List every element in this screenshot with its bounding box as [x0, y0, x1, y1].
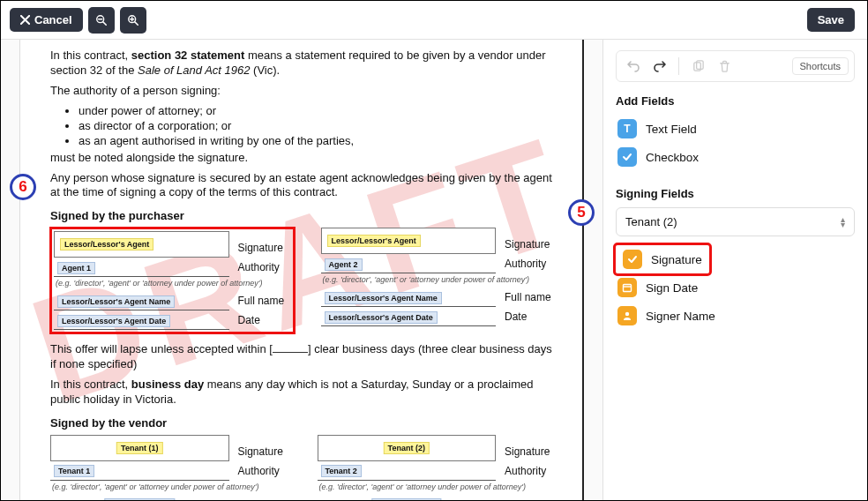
authority-line-1[interactable]: Agent 1: [54, 259, 229, 277]
label-authority: Authority: [238, 261, 291, 277]
undo-icon: [626, 59, 640, 73]
zoom-in-icon: [127, 14, 139, 26]
delete-button[interactable]: [713, 55, 736, 78]
label-authority: Authority: [505, 258, 557, 273]
sig-box-lessor-1[interactable]: Lessor/Lessor's Agent: [54, 231, 229, 258]
field-sign-date[interactable]: Sign Date: [616, 273, 855, 302]
sig-box-tenant-2[interactable]: Tenant (2): [318, 435, 497, 461]
undo-button[interactable]: [622, 55, 645, 78]
document-content: In this contract, section 32 statement m…: [20, 40, 582, 500]
vendor-col-2: Tenant (2) Signature Tenant 2 Authority …: [318, 435, 558, 500]
purchaser-col-1: Lessor/Lessor's Agent Signature Agent 1 …: [50, 228, 295, 333]
field-sign-date-label: Sign Date: [646, 281, 698, 295]
tag-lessor-agent: Lessor/Lessor's Agent: [327, 235, 421, 247]
authority-hint: (e.g. 'director', 'agent' or 'attorney u…: [52, 482, 291, 491]
heading-purchaser: Signed by the purchaser: [50, 209, 557, 222]
blank-days[interactable]: [273, 343, 308, 354]
signature-field-highlight: Signature: [616, 245, 709, 273]
topbar: Cancel Save: [1, 1, 867, 40]
tag-tenant1-auth: Tenant 1: [54, 465, 94, 477]
callout-5: 5: [568, 199, 595, 226]
label-fullname: Full name: [505, 291, 557, 307]
para-estate-agent: Any person whose signature is secured by…: [50, 171, 557, 201]
sig-box-lessor-2[interactable]: Lessor/Lessor's Agent: [321, 228, 497, 254]
field-text[interactable]: T Text Field: [616, 115, 855, 143]
heading-signing-fields: Signing Fields: [616, 187, 855, 200]
cancel-button[interactable]: Cancel: [10, 8, 83, 32]
shortcuts-button[interactable]: Shortcuts: [792, 57, 849, 75]
tag-agent2: Agent 2: [325, 258, 363, 271]
svg-line-1: [102, 21, 106, 25]
purchaser-col-2: Lessor/Lessor's Agent Signature Agent 2 …: [321, 228, 558, 333]
tag-lessor-name: Lessor/Lessor's Agent Name: [57, 295, 175, 308]
sig-box-tenant-1[interactable]: Tenant (1): [50, 435, 229, 461]
text-field-icon: T: [617, 119, 637, 138]
field-checkbox[interactable]: Checkbox: [616, 143, 855, 171]
svg-rect-9: [624, 285, 632, 292]
label-signature: Signature: [238, 445, 291, 461]
date-line-2[interactable]: Lessor/Lessor's Agent Date: [321, 309, 497, 326]
main: 6 DRAFT In this contract, section 32 sta…: [1, 40, 867, 500]
para-section32: In this contract, section 32 statement m…: [50, 49, 557, 79]
label-date: Date: [238, 314, 291, 330]
vendor-col-1: Tenant (1) Signature Tenant 1 Authority …: [50, 435, 291, 500]
fullname-line-t1[interactable]: Tenant (1) Name: [50, 497, 229, 500]
calendar-icon: [617, 278, 637, 297]
field-signer-name[interactable]: Signer Name: [616, 302, 855, 330]
heading-add-fields: Add Fields: [616, 94, 855, 108]
svg-point-11: [625, 312, 629, 316]
tag-tenant2: Tenant (2): [384, 442, 430, 454]
zoom-out-button[interactable]: [88, 7, 115, 34]
redo-button[interactable]: [648, 55, 671, 78]
label-fullname: Full name: [505, 498, 557, 500]
label-signature: Signature: [505, 445, 557, 461]
label-fullname: Full name: [238, 498, 291, 500]
tag-tenant1-name: Tenant (1) Name: [105, 498, 175, 500]
para-business-day: In this contract, business day means any…: [50, 378, 557, 408]
copy-button[interactable]: [686, 55, 709, 78]
authority-line-2[interactable]: Agent 2: [321, 256, 497, 273]
document-area: 6 DRAFT In this contract, section 32 sta…: [1, 40, 602, 500]
list-item: as director of a corporation; or: [79, 119, 557, 132]
right-panel: 5 Shortcuts Add Fields T Text Field Chec…: [602, 40, 867, 500]
authority-line-t1[interactable]: Tenant 1: [50, 463, 229, 481]
document-scroll[interactable]: DRAFT In this contract, section 32 state…: [19, 40, 584, 500]
authority-line-t2[interactable]: Tenant 2: [318, 463, 497, 481]
toolbar-separator: [678, 57, 679, 75]
fullname-line-t2[interactable]: Tenant (2) Name: [318, 497, 497, 500]
save-button[interactable]: Save: [807, 8, 855, 32]
tag-lessor-date: Lessor/Lessor's Agent Date: [57, 315, 170, 327]
tag-tenant1: Tenant (1): [116, 442, 162, 454]
label-date: Date: [505, 310, 557, 326]
app-root: Cancel Save 6 DRAFT In this contract, se…: [0, 0, 868, 501]
field-signature-label: Signature: [651, 253, 702, 266]
panel-toolbar: Shortcuts: [616, 50, 855, 82]
heading-vendor: Signed by the vendor: [50, 416, 557, 430]
field-signer-name-label: Signer Name: [646, 310, 715, 323]
tag-lessor-agent: Lessor/Lessor's Agent: [60, 238, 153, 250]
fullname-line-1[interactable]: Lessor/Lessor's Agent Name: [54, 293, 229, 310]
para-authority-intro: The authority of a person signing:: [50, 84, 557, 99]
label-authority: Authority: [505, 465, 557, 481]
authority-hint: (e.g. 'director', 'agent' or 'attorney u…: [319, 482, 558, 491]
label-fullname: Full name: [238, 295, 291, 310]
signature-icon: [623, 250, 642, 269]
field-text-label: Text Field: [646, 123, 697, 136]
svg-line-4: [134, 21, 138, 25]
fullname-line-2[interactable]: Lessor/Lessor's Agent Name: [321, 289, 497, 307]
checkbox-icon: [617, 147, 637, 167]
zoom-in-button[interactable]: [120, 7, 146, 34]
authority-hint: (e.g. 'director', 'agent' or 'attorney u…: [56, 279, 291, 288]
signer-select[interactable]: Tenant (2) ▴▾: [616, 207, 855, 236]
person-icon: [617, 306, 637, 325]
list-item: under power of attorney; or: [79, 104, 557, 117]
signer-selected-label: Tenant (2): [625, 215, 677, 228]
callout-6: 6: [10, 174, 36, 200]
copy-icon: [692, 60, 705, 73]
purchaser-signature-grid: Lessor/Lessor's Agent Signature Agent 1 …: [50, 228, 557, 333]
tag-tenant2-auth: Tenant 2: [321, 465, 362, 477]
field-checkbox-label: Checkbox: [646, 151, 699, 164]
field-signature[interactable]: Signature: [617, 247, 707, 272]
date-line-1[interactable]: Lessor/Lessor's Agent Date: [54, 312, 229, 330]
close-icon: [20, 15, 30, 25]
